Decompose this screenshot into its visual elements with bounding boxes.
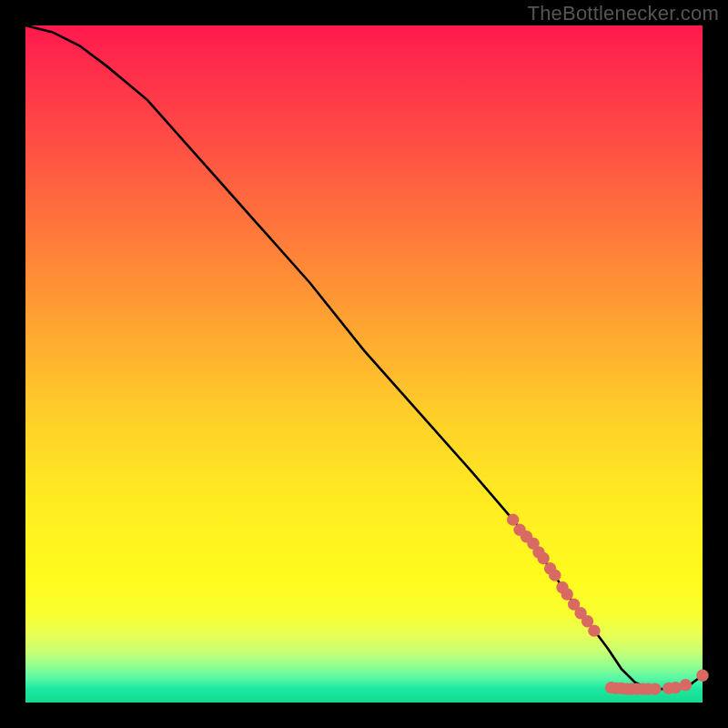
curve-svg — [25, 25, 703, 703]
data-marker — [507, 513, 519, 525]
data-marker — [588, 624, 600, 636]
data-markers — [507, 513, 709, 694]
data-marker — [649, 682, 661, 694]
data-marker — [561, 588, 573, 600]
chart-stage: TheBottlenecker.com — [0, 0, 728, 728]
plot-area — [25, 25, 703, 703]
bottleneck-curve — [25, 25, 703, 689]
watermark-text: TheBottlenecker.com — [528, 2, 719, 25]
data-marker — [696, 670, 708, 682]
data-marker — [680, 679, 692, 691]
data-marker — [537, 552, 549, 564]
data-marker — [549, 569, 561, 581]
